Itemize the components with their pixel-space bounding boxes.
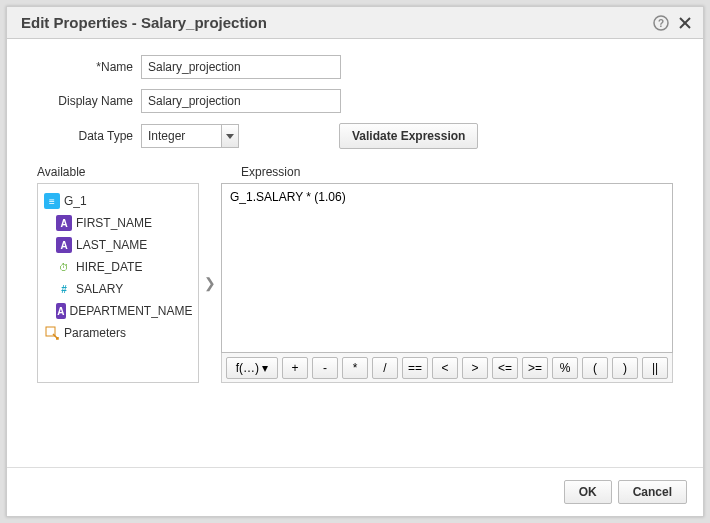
available-label: Available (37, 165, 217, 179)
tree-field-firstname[interactable]: A FIRST_NAME (42, 212, 194, 234)
display-name-label: Display Name (37, 94, 133, 108)
op-minus-button[interactable]: - (312, 357, 338, 379)
tree-root-label: G_1 (64, 194, 87, 208)
help-icon[interactable]: ? (651, 13, 671, 33)
row-name: Name (37, 55, 673, 79)
field-label: FIRST_NAME (76, 216, 152, 230)
row-display-name: Display Name (37, 89, 673, 113)
text-field-icon: A (56, 303, 66, 319)
dialog-footer: OK Cancel (7, 467, 703, 516)
validate-expression-button[interactable]: Validate Expression (339, 123, 478, 149)
data-type-select[interactable]: Integer (141, 124, 221, 148)
text-field-icon: A (56, 237, 72, 253)
field-label: HIRE_DATE (76, 260, 142, 274)
close-icon[interactable] (675, 13, 695, 33)
available-tree[interactable]: ≡ G_1 A FIRST_NAME A LAST_NAME ⏱ HIRE_DA… (37, 183, 199, 383)
op-mod-button[interactable]: % (552, 357, 578, 379)
parameters-label: Parameters (64, 326, 126, 340)
ok-button[interactable]: OK (564, 480, 612, 504)
select-arrow-icon[interactable] (221, 124, 239, 148)
section-labels: Available Expression (37, 165, 673, 179)
op-ge-button[interactable]: >= (522, 357, 548, 379)
tree-field-salary[interactable]: # SALARY (42, 278, 194, 300)
op-or-button[interactable]: || (642, 357, 668, 379)
expression-label: Expression (241, 165, 300, 179)
edit-properties-dialog: Edit Properties - Salary_projection ? Na… (6, 6, 704, 517)
op-plus-button[interactable]: + (282, 357, 308, 379)
field-label: SALARY (76, 282, 123, 296)
expression-input[interactable]: G_1.SALARY * (1.06) (221, 183, 673, 353)
data-type-label: Data Type (37, 129, 133, 143)
main-area: ≡ G_1 A FIRST_NAME A LAST_NAME ⏱ HIRE_DA… (37, 183, 673, 383)
op-lt-button[interactable]: < (432, 357, 458, 379)
parameters-icon (44, 325, 60, 341)
titlebar: Edit Properties - Salary_projection ? (7, 7, 703, 39)
dialog-title: Edit Properties - Salary_projection (21, 14, 647, 31)
move-column: ❯ (199, 183, 221, 383)
tree-root[interactable]: ≡ G_1 (42, 190, 194, 212)
display-name-input[interactable] (141, 89, 341, 113)
tree-field-hiredate[interactable]: ⏱ HIRE_DATE (42, 256, 194, 278)
tree-parameters[interactable]: Parameters (42, 322, 194, 344)
name-label: Name (37, 60, 133, 74)
field-label: DEPARTMENT_NAME (70, 304, 193, 318)
expression-column: G_1.SALARY * (1.06) f(…) ▾ + - * / == < … (221, 183, 673, 383)
row-data-type: Data Type Integer Validate Expression (37, 123, 673, 149)
name-input[interactable] (141, 55, 341, 79)
svg-marker-4 (226, 134, 234, 139)
text-field-icon: A (56, 215, 72, 231)
tree-field-department[interactable]: A DEPARTMENT_NAME (42, 300, 194, 322)
op-le-button[interactable]: <= (492, 357, 518, 379)
cancel-button[interactable]: Cancel (618, 480, 687, 504)
number-field-icon: # (56, 281, 72, 297)
op-gt-button[interactable]: > (462, 357, 488, 379)
op-mul-button[interactable]: * (342, 357, 368, 379)
move-right-button[interactable]: ❯ (202, 267, 218, 299)
svg-text:?: ? (658, 18, 664, 29)
op-lparen-button[interactable]: ( (582, 357, 608, 379)
function-dropdown-button[interactable]: f(…) ▾ (226, 357, 278, 379)
tree-field-lastname[interactable]: A LAST_NAME (42, 234, 194, 256)
field-label: LAST_NAME (76, 238, 147, 252)
dialog-body: Name Display Name Data Type Integer Vali… (7, 39, 703, 467)
op-div-button[interactable]: / (372, 357, 398, 379)
op-eq-button[interactable]: == (402, 357, 428, 379)
dataset-icon: ≡ (44, 193, 60, 209)
operator-toolbar: f(…) ▾ + - * / == < > <= >= % ( ) || (221, 353, 673, 383)
op-rparen-button[interactable]: ) (612, 357, 638, 379)
date-field-icon: ⏱ (56, 259, 72, 275)
